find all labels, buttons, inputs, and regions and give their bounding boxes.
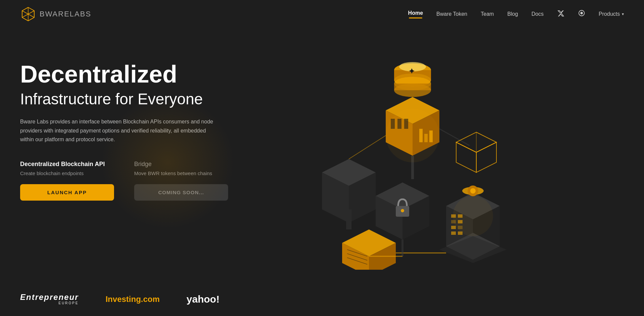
svg-point-58 (470, 188, 476, 194)
svg-line-27 (349, 136, 386, 159)
hero-section: Decentralized Infrastructure for Everyon… (0, 28, 644, 283)
svg-line-35 (476, 142, 496, 152)
coming-soon-button: COMING SOON... (134, 184, 228, 201)
logo-yahoo: yahoo! (186, 294, 219, 305)
blockchain-illustration: ✦ (309, 48, 543, 270)
svg-point-71 (453, 196, 493, 236)
nav-links: Home Bware Token Team Blog Docs Produc (408, 9, 624, 19)
nav-item-blog[interactable]: Blog (507, 11, 518, 17)
svg-point-70 (386, 109, 439, 162)
card-bridge-desc: Move BWR tokens between chains (134, 170, 228, 176)
nav-item-home[interactable]: Home (408, 10, 423, 18)
svg-line-5 (22, 14, 28, 17)
launch-app-button[interactable]: LAUNCH APP (20, 184, 114, 201)
logos-bar: Entrepreneur EUROPE Investing.com yahoo! (0, 283, 644, 316)
svg-rect-52 (451, 226, 456, 229)
card-api-title: Decentralized Blockchain API (20, 161, 114, 168)
svg-text:✦: ✦ (409, 67, 415, 75)
card-api-desc: Create blockchain endpoints (20, 170, 114, 176)
logo-entrepreneur: Entrepreneur EUROPE (20, 293, 79, 305)
nav-icon-twitter[interactable] (557, 10, 565, 19)
svg-point-7 (28, 13, 29, 15)
svg-line-29 (439, 129, 470, 146)
nav-item-team[interactable]: Team (481, 11, 494, 17)
svg-line-3 (22, 11, 28, 14)
svg-point-17 (394, 84, 431, 97)
logo[interactable]: BWARELABS (20, 6, 91, 22)
svg-line-4 (28, 14, 34, 17)
hero-content: Decentralized Infrastructure for Everyon… (20, 48, 228, 201)
svg-point-9 (581, 12, 583, 14)
svg-rect-39 (346, 209, 352, 229)
nav-item-bware-token[interactable]: Bware Token (436, 11, 467, 17)
logo-investing: Investing.com (106, 295, 160, 304)
card-api: Decentralized Blockchain API Create bloc… (20, 161, 114, 201)
logo-icon (20, 6, 36, 22)
nav-item-docs[interactable]: Docs (531, 11, 543, 17)
svg-line-2 (28, 11, 34, 14)
card-bridge: Bridge Move BWR tokens between chains CO… (134, 161, 228, 201)
svg-marker-32 (476, 142, 496, 172)
svg-marker-31 (456, 142, 476, 172)
navbar: BWARELABS Home Bware Token Team Blog Doc… (0, 0, 644, 28)
brand-name: BWARELABS (40, 10, 91, 18)
nav-active-indicator (409, 17, 422, 18)
hero-description: Bware Labs provides an interface between… (20, 117, 215, 144)
hero-title-line2: Infrastructure for Everyone (20, 91, 228, 108)
nav-item-products[interactable]: Products ▾ (599, 11, 624, 17)
nav-icon-circle[interactable] (578, 9, 585, 19)
card-bridge-title: Bridge (134, 161, 228, 168)
hero-title-line1: Decentralized (20, 62, 228, 87)
hero-illustration: ✦ (228, 48, 624, 270)
product-cards: Decentralized Blockchain API Create bloc… (20, 161, 228, 201)
svg-point-44 (401, 209, 404, 212)
svg-rect-54 (451, 231, 456, 235)
